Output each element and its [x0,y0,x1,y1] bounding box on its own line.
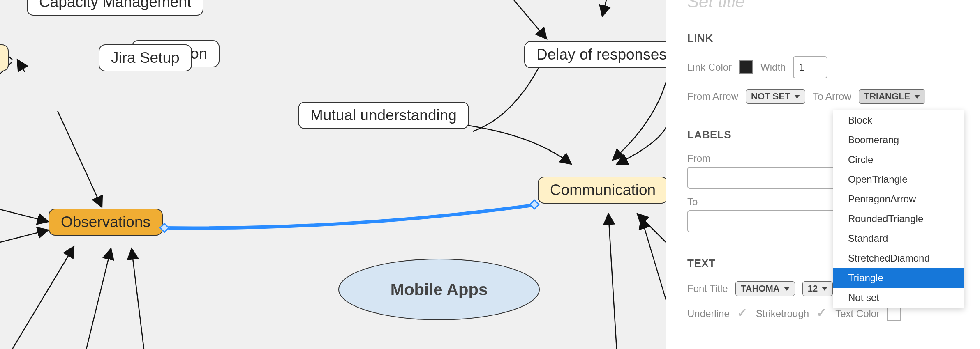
to-arrow-option[interactable]: Standard [833,229,964,248]
strike-label: Striketrough [756,308,809,319]
to-arrow-option[interactable]: Boomerang [833,130,964,150]
panel-title-placeholder: Set title [687,0,964,11]
to-arrow-option[interactable]: Not set [833,288,964,308]
chevron-down-icon [794,95,800,99]
node-mobile-apps[interactable]: Mobile Apps [338,259,540,320]
chevron-down-icon [822,287,827,291]
to-arrow-label: To Arrow [813,91,851,102]
font-title-label: Font Title [687,283,728,294]
to-arrow-option[interactable]: Block [833,110,964,130]
node-left-fragment[interactable]: s [0,44,9,71]
node-label: Capacity Management [39,0,191,10]
node-label: Mutual understanding [310,107,457,124]
node-mutual-understanding[interactable]: Mutual understanding [298,102,469,129]
node-label: s [0,49,0,66]
properties-panel: Set title LINK Link Color Width From Arr… [666,0,980,349]
node-capacity-management[interactable]: Capacity Management [27,0,203,16]
to-arrow-option[interactable]: Triangle [833,268,964,288]
node-label: Jira Setup [111,49,180,66]
font-size-dropdown[interactable]: 12 [802,281,833,296]
node-communication[interactable]: Communication [538,177,668,204]
to-arrow-option[interactable]: PentagonArrow [833,189,964,209]
from-arrow-dropdown[interactable]: NOT SET [746,89,805,104]
font-size-value: 12 [808,283,818,294]
text-color-swatch[interactable] [887,307,901,321]
to-arrow-option[interactable]: RoundedTriangle [833,209,964,229]
node-observations[interactable]: Observations [49,209,163,236]
to-arrow-option[interactable]: StretchedDiamond [833,248,964,268]
to-arrow-dropdown[interactable]: TRIANGLE [859,89,925,104]
underline-label: Underline [687,308,730,319]
to-arrow-option[interactable]: OpenTriangle [833,170,964,189]
to-arrow-option[interactable]: Circle [833,150,964,170]
node-delay-of-responses[interactable]: Delay of responses [524,41,679,68]
from-arrow-value: NOT SET [751,91,790,102]
font-family-dropdown[interactable]: TAHOMA [735,281,795,296]
node-label: Mobile Apps [391,280,488,299]
node-label: Communication [550,181,656,198]
font-family-value: TAHOMA [741,283,780,294]
link-width-input[interactable] [793,56,827,78]
link-color-label: Link Color [687,62,732,73]
section-heading-link: LINK [687,32,964,45]
link-width-label: Width [760,62,786,73]
node-label: Observations [61,214,150,230]
link-color-swatch[interactable] [739,60,753,74]
chevron-down-icon [784,287,790,291]
to-arrow-value: TRIANGLE [864,91,910,102]
underline-toggle[interactable] [737,308,749,319]
from-arrow-label: From Arrow [687,91,738,102]
chevron-down-icon [914,95,920,99]
text-color-label: Text Color [835,308,880,319]
to-arrow-options-list: BlockBoomerangCircleOpenTrianglePentagon… [833,110,964,308]
node-label: Delay of responses [536,46,667,63]
strike-toggle[interactable] [816,308,828,319]
node-jira-setup[interactable]: Jira Setup [99,44,192,71]
link-handle-to[interactable] [529,199,539,209]
diagram-canvas[interactable]: Capacity Management aboration Jira Setup… [0,0,666,349]
